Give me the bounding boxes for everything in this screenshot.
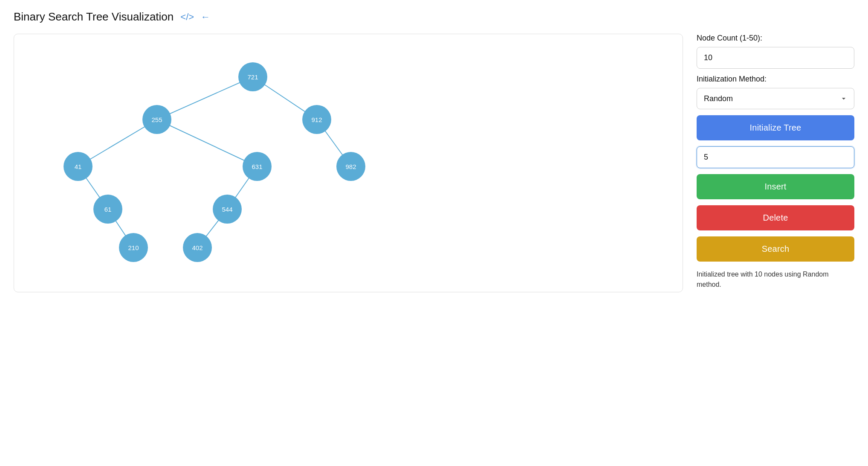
tree-edge xyxy=(157,77,253,119)
svg-text:544: 544 xyxy=(222,206,232,213)
controls-panel: Node Count (1-50): Initialization Method… xyxy=(697,34,854,290)
insert-button[interactable]: Insert xyxy=(697,174,854,199)
code-icon[interactable]: </> xyxy=(180,12,194,23)
search-button[interactable]: Search xyxy=(697,236,854,262)
init-method-select[interactable]: RandomSequentialManual xyxy=(697,88,854,109)
back-icon[interactable]: ← xyxy=(201,12,210,23)
tree-node[interactable]: 631 xyxy=(243,152,272,181)
tree-node[interactable]: 982 xyxy=(336,152,365,181)
init-method-group: Initialization Method: RandomSequentialM… xyxy=(697,75,854,109)
tree-edge xyxy=(157,119,257,166)
initialize-tree-button[interactable]: Initialize Tree xyxy=(697,115,854,140)
main-layout: 7212559124163198261544210402 Node Count … xyxy=(14,34,854,292)
tree-node[interactable]: 721 xyxy=(238,62,267,91)
page-title: Binary Search Tree Visualization xyxy=(14,10,174,23)
tree-node[interactable]: 544 xyxy=(213,195,242,224)
tree-node[interactable]: 61 xyxy=(93,195,122,224)
status-text: Initialized tree with 10 nodes using Ran… xyxy=(697,269,854,290)
tree-canvas: 7212559124163198261544210402 xyxy=(14,34,683,292)
tree-node[interactable]: 255 xyxy=(142,105,171,134)
tree-node[interactable]: 210 xyxy=(119,233,148,262)
svg-text:982: 982 xyxy=(345,163,356,170)
delete-button[interactable]: Delete xyxy=(697,205,854,230)
node-count-group: Node Count (1-50): xyxy=(697,34,854,69)
svg-text:61: 61 xyxy=(104,206,112,213)
node-count-label: Node Count (1-50): xyxy=(697,34,854,43)
svg-text:210: 210 xyxy=(128,244,139,251)
init-method-label: Initialization Method: xyxy=(697,75,854,84)
svg-text:912: 912 xyxy=(311,116,322,123)
svg-text:41: 41 xyxy=(75,163,82,170)
svg-text:402: 402 xyxy=(192,244,203,251)
node-count-input[interactable] xyxy=(697,47,854,69)
tree-svg: 7212559124163198261544210402 xyxy=(14,34,683,290)
page-header: Binary Search Tree Visualization </> ← xyxy=(14,10,854,23)
tree-node[interactable]: 402 xyxy=(183,233,212,262)
svg-text:631: 631 xyxy=(252,163,262,170)
value-input[interactable] xyxy=(697,146,854,168)
tree-node[interactable]: 41 xyxy=(64,152,93,181)
tree-node[interactable]: 912 xyxy=(302,105,331,134)
svg-text:255: 255 xyxy=(151,116,162,123)
value-input-group xyxy=(697,146,854,168)
svg-text:721: 721 xyxy=(247,73,258,81)
